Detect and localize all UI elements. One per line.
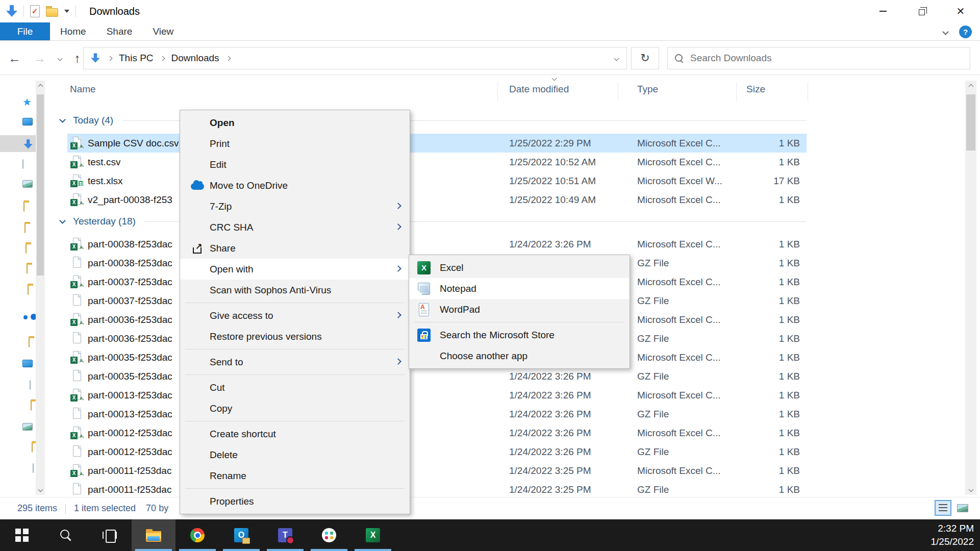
address-bar[interactable]: This PC Downloads: [83, 47, 627, 69]
file-row[interactable]: Xa,v2_part-00038-f2531/25/2022 10:49 AMM…: [67, 190, 807, 209]
sidebar-item-folder-icon[interactable]: [29, 338, 30, 347]
sidebar-item-pictures-icon[interactable]: [22, 423, 33, 431]
taskbar-file-explorer-button[interactable]: [132, 519, 175, 551]
sidebar-item-folder-icon[interactable]: [31, 401, 32, 411]
file-row[interactable]: Xa,part-00038-f253dac1/24/2022 3:26 PMMi…: [67, 235, 807, 254]
new-folder-icon[interactable]: [46, 8, 58, 17]
tab-file[interactable]: File: [0, 22, 50, 40]
file-list-scrollbar[interactable]: [965, 81, 976, 495]
scrollbar-thumb[interactable]: [966, 94, 975, 151]
taskbar-slack-button[interactable]: [307, 519, 351, 551]
submenu-item-notepad[interactable]: Notepad: [409, 278, 630, 299]
menu-item-open[interactable]: Open: [180, 112, 410, 133]
breadcrumb-separator-icon[interactable]: [108, 56, 113, 61]
sidebar-item-quick-access-star-icon[interactable]: ★: [22, 96, 35, 108]
sidebar-item-folder-icon[interactable]: [24, 223, 26, 233]
group-collapse-icon[interactable]: [59, 116, 66, 123]
file-row[interactable]: Xa,part-00011-f253dac1/24/2022 3:25 PMMi…: [67, 461, 807, 480]
sidebar-item-folder-icon[interactable]: [23, 202, 24, 212]
recent-locations-icon[interactable]: [58, 56, 63, 61]
scroll-down-icon[interactable]: [965, 484, 976, 495]
sidebar-item-folder-icon[interactable]: [27, 264, 28, 274]
group-collapse-icon[interactable]: [59, 217, 66, 224]
menu-item-properties[interactable]: Properties: [180, 491, 410, 512]
sidebar-item-folder-icon[interactable]: [26, 244, 27, 254]
sidebar-item-documents-icon[interactable]: [33, 463, 34, 473]
search-box[interactable]: [667, 47, 970, 69]
taskbar-clock[interactable]: 2:32 PM 1/25/2022: [931, 522, 974, 548]
submenu-item-wordpad[interactable]: WordPad: [409, 299, 630, 320]
file-row[interactable]: part-00011-f253dac1/24/2022 3:25 PMGZ Fi…: [67, 480, 807, 497]
submenu-item-excel[interactable]: Excel: [409, 257, 630, 278]
taskbar-task-view-button[interactable]: [88, 519, 132, 551]
sidebar-item-this-pc-icon[interactable]: [22, 360, 33, 367]
submenu-item-choose-another-app[interactable]: Choose another app: [409, 345, 630, 366]
forward-button[interactable]: →: [33, 52, 46, 65]
sidebar-item-desktop-icon[interactable]: [22, 118, 33, 126]
close-button[interactable]: ✕: [941, 0, 980, 22]
scroll-down-icon[interactable]: [36, 484, 45, 495]
menu-item-create-shortcut[interactable]: Create shortcut: [180, 423, 410, 444]
file-row[interactable]: Xa,part-00012-f253dac1/24/2022 3:26 PMMi…: [67, 423, 807, 442]
menu-item-open-with[interactable]: Open with: [180, 259, 410, 280]
group-header[interactable]: Today (4): [50, 109, 807, 132]
submenu-item-search-the-microsoft-store[interactable]: Search the Microsoft Store: [409, 324, 630, 345]
taskbar-excel-button[interactable]: [351, 519, 395, 551]
taskbar-start-button[interactable]: [0, 519, 44, 551]
tab-home[interactable]: Home: [50, 22, 96, 40]
up-button[interactable]: ↑: [74, 52, 81, 65]
search-input[interactable]: [690, 53, 964, 64]
ribbon-collapse-icon[interactable]: [942, 29, 949, 35]
breadcrumb-separator-icon[interactable]: [225, 56, 231, 61]
scroll-up-icon[interactable]: [965, 81, 976, 92]
menu-item-edit[interactable]: Edit: [180, 154, 410, 175]
scrollbar-thumb[interactable]: [37, 94, 44, 276]
menu-item-7-zip[interactable]: 7-Zip: [180, 196, 410, 217]
menu-item-scan-with-sophos-anti-virus[interactable]: Scan with Sophos Anti-Virus: [180, 280, 410, 300]
sidebar-scrollbar[interactable]: [36, 81, 45, 495]
menu-item-restore-previous-versions[interactable]: Restore previous versions: [180, 326, 410, 347]
file-row[interactable]: part-00013-f253dac1/24/2022 3:26 PMGZ Fi…: [67, 405, 807, 423]
breadcrumb-separator-icon[interactable]: [160, 56, 165, 61]
menu-item-give-access-to[interactable]: Give access to: [180, 305, 410, 326]
menu-item-copy[interactable]: Copy: [180, 398, 410, 419]
back-button[interactable]: ←: [8, 52, 21, 65]
menu-item-move-to-onedrive[interactable]: Move to OneDrive: [180, 175, 410, 196]
taskbar-chrome-button[interactable]: [175, 519, 219, 551]
breadcrumb-this-pc[interactable]: This PC: [119, 53, 154, 64]
menu-item-print[interactable]: Print: [180, 133, 410, 154]
group-header[interactable]: Yesterday (18): [50, 210, 807, 233]
file-row[interactable]: part-00035-f253dac1/24/2022 3:26 PMGZ Fi…: [67, 367, 807, 386]
details-view-button[interactable]: [935, 500, 951, 516]
sidebar-item-folder-icon[interactable]: [32, 443, 33, 453]
file-row[interactable]: Xa,part-00013-f253dac1/24/2022 3:26 PMMi…: [67, 386, 807, 405]
scroll-up-icon[interactable]: [36, 81, 45, 92]
menu-item-send-to[interactable]: Send to: [180, 352, 410, 372]
menu-item-delete[interactable]: Delete: [180, 444, 410, 465]
file-row[interactable]: part-00012-f253dac1/24/2022 3:26 PMGZ Fi…: [67, 442, 807, 461]
sidebar-item-documents-icon[interactable]: [22, 159, 23, 169]
taskbar-search-button[interactable]: [44, 519, 88, 551]
large-icons-view-button[interactable]: [954, 500, 971, 516]
menu-item-crc-sha[interactable]: CRC SHA: [180, 217, 410, 238]
restore-button[interactable]: [902, 0, 941, 22]
sidebar-item-documents-icon[interactable]: [30, 380, 31, 390]
tab-share[interactable]: Share: [96, 22, 143, 40]
address-dropdown-icon[interactable]: [614, 56, 619, 61]
customize-toolbar-caret-icon[interactable]: [64, 10, 69, 13]
properties-check-icon[interactable]: [30, 5, 40, 17]
menu-item-share[interactable]: Share: [180, 238, 410, 259]
minimize-button[interactable]: [864, 0, 902, 22]
taskbar-outlook-button[interactable]: [219, 519, 263, 551]
menu-item-cut[interactable]: Cut: [180, 377, 410, 398]
file-row[interactable]: Xa,Sample CSV doc.csv1/25/2022 2:29 PMMi…: [67, 134, 807, 153]
help-button[interactable]: ?: [959, 26, 972, 38]
file-row[interactable]: Xtest.xlsx1/25/2022 10:51 AMMicrosoft Ex…: [67, 171, 807, 190]
breadcrumb-downloads[interactable]: Downloads: [171, 53, 219, 64]
taskbar-teams-button[interactable]: [263, 519, 307, 551]
tab-view[interactable]: View: [142, 22, 184, 40]
sidebar-item-folder-icon[interactable]: [28, 285, 29, 295]
refresh-button[interactable]: ↻: [631, 47, 659, 69]
sidebar-item-downloads-icon[interactable]: [23, 139, 33, 148]
menu-item-rename[interactable]: Rename: [180, 465, 410, 486]
